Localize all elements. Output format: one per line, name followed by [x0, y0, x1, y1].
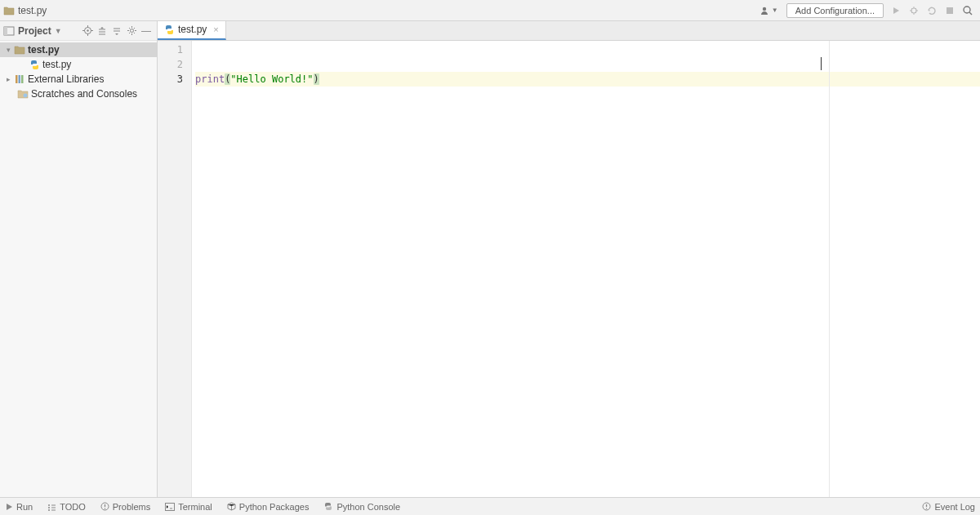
svg-point-8 [130, 29, 133, 33]
tool-terminal[interactable]: Terminal [165, 502, 212, 512]
tree-node-label: test.py [42, 59, 71, 70]
run-icon[interactable] [888, 2, 904, 19]
hide-icon[interactable]: — [139, 24, 154, 38]
tree-node-label: test.py [28, 44, 60, 55]
code-token-function: print [195, 73, 225, 85]
navigation-bar: test.py ▼ Add Configuration... [0, 0, 980, 21]
project-header: Project ▼ — [0, 21, 157, 41]
tree-node-label: External Libraries [28, 73, 104, 85]
add-configuration-button[interactable]: Add Configuration... [786, 3, 884, 18]
tool-label: Terminal [178, 502, 212, 512]
status-bar: Run TODO Problems Terminal Python Packag… [0, 497, 980, 515]
run-icon [5, 503, 13, 511]
python-file-icon [28, 60, 41, 70]
code-with-me-icon[interactable]: ▼ [759, 5, 778, 16]
chevron-right-icon: ▸ [3, 75, 13, 83]
search-icon[interactable] [960, 2, 976, 19]
python-file-icon [164, 24, 175, 35]
project-view-icon [3, 26, 15, 36]
tree-external-libraries[interactable]: ▸ External Libraries [0, 72, 157, 87]
close-icon[interactable]: × [213, 24, 218, 34]
todo-icon [47, 503, 56, 511]
tree-node-label: Scratches and Consoles [31, 88, 137, 100]
collapse-all-icon[interactable] [109, 24, 124, 38]
event-log-icon [922, 502, 931, 511]
project-title[interactable]: Project [18, 25, 51, 37]
svg-rect-5 [4, 27, 7, 35]
tool-python-packages[interactable]: Python Packages [227, 502, 310, 512]
right-margin-line [829, 41, 830, 497]
breadcrumb-root[interactable]: test.py [18, 5, 47, 16]
python-console-icon [323, 502, 333, 511]
svg-point-3 [964, 7, 970, 13]
main-area: Project ▼ — ▾ test.py [0, 21, 980, 497]
tool-python-console[interactable]: Python Console [323, 502, 400, 512]
tree-root-node[interactable]: ▾ test.py [0, 42, 157, 57]
chevron-down-icon[interactable]: ▼ [55, 27, 62, 35]
tool-label: TODO [60, 502, 86, 512]
svg-point-17 [926, 508, 927, 508]
tool-problems[interactable]: Problems [100, 502, 150, 512]
editor-area: test.py × 1 2 3 print("Hello World!") [158, 21, 980, 497]
tree-scratches[interactable]: Scratches and Consoles [0, 87, 157, 101]
event-log-label: Event Log [934, 502, 975, 512]
tool-label: Python Console [336, 502, 400, 512]
gear-icon[interactable] [124, 24, 139, 38]
gutter: 1 2 3 [158, 41, 192, 497]
svg-point-12 [24, 94, 28, 98]
svg-point-14 [105, 508, 105, 508]
project-tree: ▾ test.py test.py ▸ External Libraries [0, 41, 157, 497]
problems-icon [100, 502, 109, 511]
svg-rect-9 [16, 75, 18, 83]
folder-icon [3, 6, 15, 16]
tree-file-node[interactable]: test.py [0, 57, 157, 72]
code-token-paren: ) [314, 73, 319, 85]
project-tool-window: Project ▼ — ▾ test.py [0, 21, 158, 497]
tool-label: Run [16, 502, 33, 512]
locate-icon[interactable] [80, 24, 95, 38]
chevron-down-icon: ▾ [3, 46, 13, 54]
svg-rect-11 [21, 75, 24, 83]
svg-point-7 [87, 29, 88, 31]
code-editor[interactable]: 1 2 3 print("Hello World!") [158, 41, 980, 497]
code-token-string: "Hello World!" [230, 73, 313, 85]
terminal-icon [165, 503, 175, 511]
line-number: 3 [158, 72, 183, 87]
scratches-icon [16, 89, 29, 99]
stop-icon[interactable] [942, 2, 958, 19]
packages-icon [227, 502, 236, 511]
editor-tab-label: test.py [178, 24, 207, 35]
svg-rect-10 [18, 75, 20, 83]
debug-icon[interactable] [906, 2, 922, 19]
folder-icon [13, 45, 26, 55]
code-content[interactable]: print("Hello World!") [192, 41, 980, 497]
editor-tabs: test.py × [158, 21, 980, 41]
library-icon [13, 74, 26, 84]
text-cursor [821, 57, 822, 70]
tool-run[interactable]: Run [5, 502, 33, 512]
run-with-coverage-icon[interactable] [924, 2, 940, 19]
svg-rect-2 [947, 7, 953, 14]
tool-todo[interactable]: TODO [47, 502, 86, 512]
event-log[interactable]: Event Log [922, 502, 975, 512]
svg-point-0 [763, 7, 766, 10]
tool-label: Python Packages [239, 502, 310, 512]
editor-tab[interactable]: test.py × [158, 21, 226, 40]
expand-all-icon[interactable] [95, 24, 109, 38]
tool-label: Problems [113, 502, 150, 512]
line-number: 2 [158, 57, 183, 72]
line-number: 1 [158, 42, 183, 57]
